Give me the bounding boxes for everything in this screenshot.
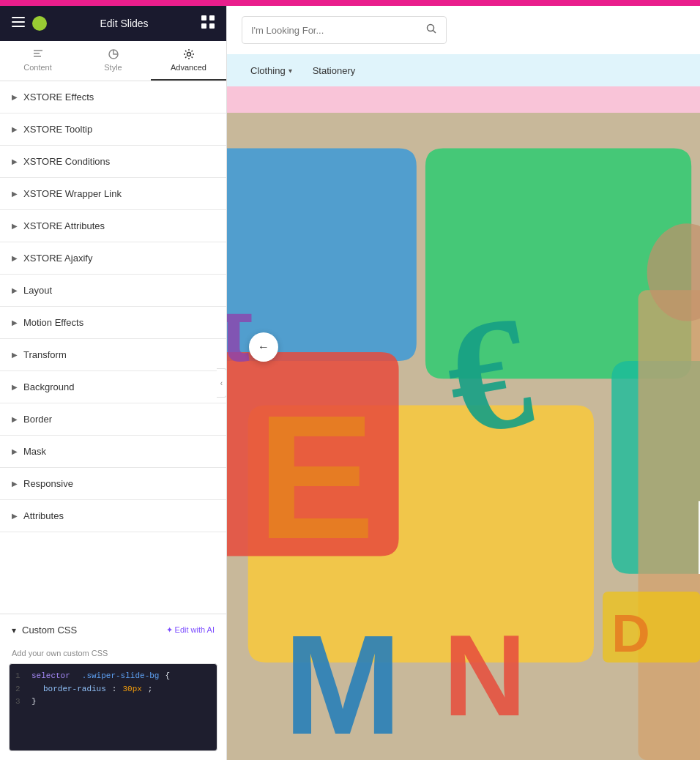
content-area: Clothing ▾ Stationery bbox=[227, 6, 700, 760]
nav-bar: Clothing ▾ Stationery bbox=[227, 54, 700, 86]
svg-rect-5 bbox=[201, 23, 206, 29]
accordion-xstore-ajaxify: ▶ XSTORE Ajaxify bbox=[0, 242, 226, 275]
svg-text:M: M bbox=[283, 606, 401, 760]
chevron-right-icon: ▶ bbox=[12, 93, 18, 101]
accordion-transform: ▶ Transform bbox=[0, 339, 226, 371]
sidebar-title: Edit Slides bbox=[100, 18, 148, 29]
tab-bar: Content Style Advanced bbox=[0, 41, 226, 81]
svg-rect-0 bbox=[12, 17, 25, 18]
accordion-motion-effects: ▶ Motion Effects bbox=[0, 307, 226, 339]
accordion-xstore-wrapper-link: ▶ XSTORE Wrapper Link bbox=[0, 178, 226, 210]
accordion-xstore-attributes-header[interactable]: ▶ XSTORE Attributes bbox=[0, 210, 226, 242]
chevron-right-icon: ▶ bbox=[12, 190, 18, 198]
accordion-responsive: ▶ Responsive bbox=[0, 468, 226, 500]
accordion-border-header[interactable]: ▶ Border bbox=[0, 403, 226, 435]
back-button[interactable]: ← bbox=[249, 332, 278, 362]
menu-icon[interactable] bbox=[12, 15, 25, 31]
svg-text:E: E bbox=[257, 378, 376, 575]
chevron-right-icon: ▶ bbox=[12, 480, 18, 488]
chevron-right-icon: ▶ bbox=[12, 286, 18, 294]
accordion-list: ▶ XSTORE Effects ▶ XSTORE Tooltip ▶ XSTO… bbox=[0, 81, 226, 614]
accordion-border: ▶ Border bbox=[0, 403, 226, 436]
svg-text:N: N bbox=[443, 611, 526, 739]
pink-bar bbox=[227, 86, 700, 113]
svg-text:I: I bbox=[691, 477, 700, 597]
sidebar-collapse-handle[interactable]: ‹ bbox=[217, 368, 227, 398]
svg-rect-2 bbox=[12, 26, 25, 27]
code-line-2: 2 border-radius: 30px; bbox=[15, 683, 211, 696]
chevron-right-icon: ▶ bbox=[12, 415, 18, 423]
accordion-xstore-tooltip-header[interactable]: ▶ XSTORE Tooltip bbox=[0, 113, 226, 145]
svg-point-8 bbox=[187, 53, 190, 56]
accordion-xstore-effects-header[interactable]: ▶ XSTORE Effects bbox=[0, 81, 226, 113]
accordion-layout: ▶ Layout bbox=[0, 275, 226, 307]
chevron-right-icon: ▶ bbox=[12, 222, 18, 230]
dropdown-chevron-icon: ▾ bbox=[288, 67, 292, 75]
chevron-right-icon: ▶ bbox=[12, 351, 18, 359]
puzzle-illustration: E € M N π I D bbox=[227, 113, 700, 760]
accordion-background-header[interactable]: ▶ Background bbox=[0, 371, 226, 403]
search-section bbox=[227, 6, 700, 54]
accordion-mask-header[interactable]: ▶ Mask bbox=[0, 436, 226, 467]
grid-icon[interactable] bbox=[201, 15, 215, 31]
accordion-responsive-header[interactable]: ▶ Responsive bbox=[0, 468, 226, 499]
chevron-down-icon: ▾ bbox=[12, 625, 16, 636]
code-line-3: 3 } bbox=[15, 696, 211, 709]
sidebar-panel: Edit Slides Content Style Advanced bbox=[0, 6, 227, 760]
accordion-xstore-tooltip: ▶ XSTORE Tooltip bbox=[0, 113, 226, 146]
search-icon[interactable] bbox=[425, 23, 437, 37]
edit-with-ai-button[interactable]: ✦ Edit with AI bbox=[166, 625, 215, 635]
accordion-xstore-wrapper-link-header[interactable]: ▶ XSTORE Wrapper Link bbox=[0, 178, 226, 209]
css-code-editor[interactable]: 1 selector .swiper-slide-bg { 2 border-r… bbox=[9, 663, 217, 751]
chevron-right-icon: ▶ bbox=[12, 254, 18, 262]
custom-css-section: ▾ Custom CSS ✦ Edit with AI Add your own… bbox=[0, 614, 226, 760]
nav-item-stationery[interactable]: Stationery bbox=[304, 59, 365, 82]
search-input[interactable] bbox=[251, 25, 420, 36]
accordion-mask: ▶ Mask bbox=[0, 436, 226, 468]
css-hint: Add your own custom CSS bbox=[0, 646, 226, 663]
top-accent-bar bbox=[0, 0, 700, 6]
code-line-1: 1 selector .swiper-slide-bg { bbox=[15, 670, 211, 683]
tab-content[interactable]: Content bbox=[0, 41, 75, 81]
svg-rect-3 bbox=[201, 15, 206, 21]
svg-rect-6 bbox=[209, 23, 215, 29]
chevron-right-icon: ▶ bbox=[12, 125, 18, 133]
accordion-xstore-conditions: ▶ XSTORE Conditions bbox=[0, 146, 226, 178]
tab-advanced[interactable]: Advanced bbox=[151, 41, 226, 81]
accordion-layout-header[interactable]: ▶ Layout bbox=[0, 275, 226, 306]
brand-circle bbox=[32, 16, 47, 31]
svg-point-9 bbox=[428, 25, 434, 31]
accordion-attributes-header[interactable]: ▶ Attributes bbox=[0, 500, 226, 532]
custom-css-header[interactable]: ▾ Custom CSS ✦ Edit with AI bbox=[0, 614, 226, 646]
accordion-background: ▶ Background bbox=[0, 371, 226, 403]
chevron-right-icon: ▶ bbox=[12, 318, 18, 327]
accordion-attributes: ▶ Attributes bbox=[0, 500, 226, 532]
svg-rect-4 bbox=[209, 15, 215, 21]
tab-style[interactable]: Style bbox=[75, 41, 151, 81]
svg-text:D: D bbox=[611, 603, 649, 663]
sidebar-header: Edit Slides bbox=[0, 6, 226, 41]
chevron-right-icon: ▶ bbox=[12, 447, 18, 455]
chevron-right-icon: ▶ bbox=[12, 157, 18, 165]
accordion-xstore-conditions-header[interactable]: ▶ XSTORE Conditions bbox=[0, 146, 226, 177]
accordion-xstore-effects: ▶ XSTORE Effects bbox=[0, 81, 226, 113]
chevron-right-icon: ▶ bbox=[12, 512, 18, 520]
search-bar bbox=[242, 16, 447, 44]
svg-rect-1 bbox=[12, 21, 25, 23]
chevron-right-icon: ▶ bbox=[12, 383, 18, 391]
accordion-xstore-ajaxify-header[interactable]: ▶ XSTORE Ajaxify bbox=[0, 242, 226, 274]
svg-line-10 bbox=[433, 31, 436, 34]
accordion-transform-header[interactable]: ▶ Transform bbox=[0, 339, 226, 370]
accordion-motion-effects-header[interactable]: ▶ Motion Effects bbox=[0, 307, 226, 338]
svg-text:π: π bbox=[227, 280, 254, 380]
accordion-xstore-attributes: ▶ XSTORE Attributes bbox=[0, 210, 226, 242]
image-section: E € M N π I D bbox=[227, 113, 700, 760]
nav-item-clothing[interactable]: Clothing ▾ bbox=[242, 59, 301, 82]
